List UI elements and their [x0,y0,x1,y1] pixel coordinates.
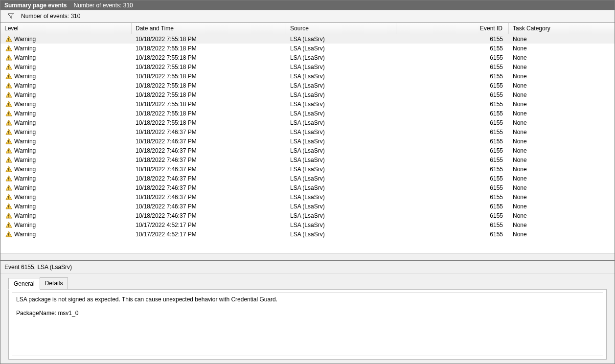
cell-date: 10/18/2022 7:46:37 PM [132,156,286,164]
svg-rect-3 [8,49,9,50]
col-header-level[interactable]: Level [0,23,132,34]
table-row[interactable]: Warning10/17/2022 4:52:17 PMLSA (LsaSrv)… [0,229,615,239]
table-row[interactable]: Warning10/18/2022 7:55:18 PMLSA (LsaSrv)… [0,109,615,118]
detail-body-wrap: LSA package is not signed as expected. T… [8,289,607,360]
cell-eventid: 6155 [396,147,509,155]
table-row[interactable]: Warning10/18/2022 7:55:18 PMLSA (LsaSrv)… [0,99,615,109]
warning-icon [5,101,12,108]
col-header-eventid[interactable]: Event ID [396,23,509,34]
cell-task: None [509,35,604,43]
table-row[interactable]: Warning10/18/2022 7:55:18 PMLSA (LsaSrv)… [0,53,615,62]
cell-task: None [509,100,604,108]
detail-header: Event 6155, LSA (LsaSrv) [0,261,615,273]
detail-panel: Event 6155, LSA (LsaSrv) General Details… [0,261,615,364]
table-row[interactable]: Warning10/18/2022 7:46:37 PMLSA (LsaSrv)… [0,146,615,155]
table-row[interactable]: Warning10/18/2022 7:46:37 PMLSA (LsaSrv)… [0,127,615,136]
cell-date: 10/17/2022 4:52:17 PM [132,221,286,229]
cell-level-text: Warning [14,175,36,182]
cell-source: LSA (LsaSrv) [286,165,396,173]
svg-rect-0 [8,38,9,40]
table-row[interactable]: Warning10/18/2022 7:46:37 PMLSA (LsaSrv)… [0,174,615,183]
cell-date: 10/18/2022 7:55:18 PM [132,91,286,99]
col-header-date[interactable]: Date and Time [132,23,286,34]
cell-date: 10/18/2022 7:46:37 PM [132,175,286,182]
svg-rect-18 [8,121,9,123]
cell-task: None [509,193,604,201]
cell-date: 10/18/2022 7:46:37 PM [132,147,286,155]
cell-level-text: Warning [14,82,36,89]
table-row[interactable]: Warning10/18/2022 7:55:18 PMLSA (LsaSrv)… [0,118,615,127]
table-row[interactable]: Warning10/18/2022 7:46:37 PMLSA (LsaSrv)… [0,164,615,174]
svg-rect-35 [8,198,9,199]
table-row[interactable]: Warning10/18/2022 7:46:37 PMLSA (LsaSrv)… [0,211,615,220]
cell-eventid: 6155 [396,110,509,117]
svg-rect-19 [8,124,9,124]
table-row[interactable]: Warning10/18/2022 7:46:37 PMLSA (LsaSrv)… [0,192,615,202]
cell-task: None [509,91,604,99]
cell-date: 10/18/2022 7:55:18 PM [132,45,286,52]
cell-date: 10/18/2022 7:46:37 PM [132,137,286,145]
cell-date: 10/18/2022 7:46:37 PM [132,128,286,136]
col-header-source[interactable]: Source [286,23,396,34]
svg-rect-23 [8,142,9,143]
cell-task: None [509,119,604,127]
cell-level-text: Warning [14,110,36,117]
tab-details[interactable]: Details [40,277,68,289]
cell-task: None [509,63,604,71]
table-row[interactable]: Warning10/18/2022 7:46:37 PMLSA (LsaSrv)… [0,136,615,146]
cell-eventid: 6155 [396,175,509,182]
table-row[interactable]: Warning10/18/2022 7:46:37 PMLSA (LsaSrv)… [0,202,615,211]
cell-level-text: Warning [14,147,36,154]
cell-source: LSA (LsaSrv) [286,193,396,201]
cell-source: LSA (LsaSrv) [286,100,396,108]
cell-task: None [509,110,604,117]
cell-level: Warning [0,63,132,71]
cell-date: 10/18/2022 7:46:37 PM [132,165,286,173]
cell-task: None [509,175,604,182]
warning-icon [5,166,12,173]
cell-level: Warning [0,110,132,117]
table-row[interactable]: Warning10/18/2022 7:55:18 PMLSA (LsaSrv)… [0,71,615,81]
col-header-task[interactable]: Task Category [509,23,604,34]
cell-eventid: 6155 [396,119,509,127]
cell-source: LSA (LsaSrv) [286,63,396,71]
cell-level-text: Warning [14,45,36,52]
tab-general[interactable]: General [8,278,40,290]
table-row[interactable]: Warning10/18/2022 7:55:18 PMLSA (LsaSrv)… [0,90,615,99]
table-row[interactable]: Warning10/18/2022 7:55:18 PMLSA (LsaSrv)… [0,34,615,44]
window-title: Summary page events [4,2,67,9]
svg-rect-41 [8,226,9,227]
event-rows[interactable]: Warning10/18/2022 7:55:18 PMLSA (LsaSrv)… [0,34,615,253]
cell-level-text: Warning [14,212,36,219]
cell-level-text: Warning [14,203,36,210]
svg-rect-9 [8,77,9,78]
cell-date: 10/18/2022 7:46:37 PM [132,203,286,210]
table-row[interactable]: Warning10/18/2022 7:55:18 PMLSA (LsaSrv)… [0,81,615,90]
cell-level: Warning [0,193,132,201]
cell-source: LSA (LsaSrv) [286,175,396,182]
svg-rect-29 [8,170,9,171]
cell-source: LSA (LsaSrv) [286,119,396,127]
cell-level: Warning [0,72,132,80]
table-row[interactable]: Warning10/18/2022 7:55:18 PMLSA (LsaSrv)… [0,44,615,53]
warning-icon [5,110,12,117]
svg-rect-6 [8,66,9,68]
cell-level-text: Warning [14,101,36,108]
cell-source: LSA (LsaSrv) [286,91,396,99]
cell-level: Warning [0,156,132,164]
cell-date: 10/18/2022 7:55:18 PM [132,54,286,62]
warning-icon [5,64,12,70]
cell-eventid: 6155 [396,193,509,201]
cell-eventid: 6155 [396,54,509,62]
cell-level-text: Warning [14,129,36,136]
table-row[interactable]: Warning10/17/2022 4:52:17 PMLSA (LsaSrv)… [0,220,615,229]
svg-rect-20 [8,131,9,133]
filter-icon[interactable] [7,13,14,20]
table-row[interactable]: Warning10/18/2022 7:46:37 PMLSA (LsaSrv)… [0,183,615,192]
table-row[interactable]: Warning10/18/2022 7:55:18 PMLSA (LsaSrv)… [0,62,615,71]
table-row[interactable]: Warning10/18/2022 7:46:37 PMLSA (LsaSrv)… [0,155,615,164]
cell-source: LSA (LsaSrv) [286,54,396,62]
warning-icon [5,157,12,163]
horizontal-scrollbar[interactable] [0,253,615,260]
cell-level: Warning [0,184,132,192]
